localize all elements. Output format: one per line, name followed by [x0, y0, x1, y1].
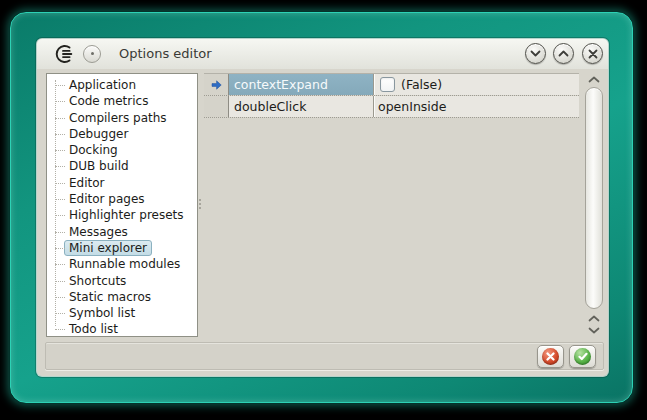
chevron-up-icon	[588, 315, 600, 322]
category-item[interactable]: Todo list	[47, 321, 197, 337]
property-value[interactable]: (False)	[374, 74, 579, 95]
checkbox-unchecked[interactable]	[380, 77, 395, 92]
scrollbar-thumb[interactable]	[585, 87, 603, 309]
maximize-button[interactable]	[553, 43, 574, 64]
scroll-up-button-bottom[interactable]	[583, 312, 605, 324]
category-item[interactable]: Editor	[47, 175, 197, 191]
category-tree: ApplicationCode metricsCompilers pathsDe…	[46, 73, 198, 337]
window-title: Options editor	[119, 39, 212, 69]
window-menu-button[interactable]	[83, 45, 101, 63]
window-frame: Options editor ApplicationCode metricsCo…	[10, 12, 633, 403]
category-item[interactable]: DUB build	[47, 158, 197, 174]
property-name[interactable]: contextExpand	[229, 74, 374, 95]
screenshot-root: Options editor ApplicationCode metricsCo…	[0, 0, 647, 420]
close-button[interactable]	[582, 43, 603, 64]
category-item[interactable]: Shortcuts	[47, 273, 197, 289]
cancel-button[interactable]	[537, 345, 564, 368]
category-item[interactable]: Editor pages	[47, 191, 197, 207]
category-item[interactable]: Application	[47, 77, 197, 93]
chevron-down-icon	[530, 50, 541, 57]
minimize-button[interactable]	[525, 43, 546, 64]
accept-button[interactable]	[569, 345, 596, 368]
green-check-icon	[574, 348, 591, 365]
property-value[interactable]: openInside	[374, 96, 579, 117]
property-row[interactable]: doubleClick openInside	[204, 96, 579, 118]
scroll-down-button[interactable]	[583, 324, 605, 336]
category-item[interactable]: Code metrics	[47, 93, 197, 109]
chevron-down-icon	[588, 327, 600, 334]
x-icon	[588, 49, 598, 59]
chevron-up-icon	[588, 76, 600, 83]
category-item[interactable]: Highlighter presets	[47, 207, 197, 223]
panel-splitter-handle[interactable]	[199, 197, 202, 211]
category-item[interactable]: Compilers paths	[47, 110, 197, 126]
app-logo-icon	[55, 44, 75, 64]
footer-bar	[45, 342, 604, 370]
category-item[interactable]: Runnable modules	[47, 256, 197, 272]
property-grid: contextExpand (False) doubleClick openIn…	[204, 73, 579, 337]
property-row[interactable]: contextExpand (False)	[204, 74, 579, 96]
property-name[interactable]: doubleClick	[229, 96, 374, 117]
row-gutter	[204, 74, 229, 95]
category-item[interactable]: Symbol list	[47, 305, 197, 321]
scroll-up-button[interactable]	[583, 73, 605, 85]
category-item[interactable]: Debugger	[47, 126, 197, 142]
selected-row-arrow-icon	[211, 80, 222, 90]
vertical-scrollbar[interactable]	[583, 73, 605, 336]
chevron-up-icon	[558, 50, 569, 57]
options-editor-dialog: Options editor ApplicationCode metricsCo…	[37, 39, 608, 376]
titlebar[interactable]: Options editor	[37, 39, 608, 69]
category-item-selected[interactable]: Mini explorer	[47, 240, 197, 256]
category-item[interactable]: Docking	[47, 142, 197, 158]
category-item[interactable]: Static macros	[47, 289, 197, 305]
red-x-icon	[542, 348, 559, 365]
row-gutter	[204, 96, 229, 117]
category-item[interactable]: Messages	[47, 224, 197, 240]
